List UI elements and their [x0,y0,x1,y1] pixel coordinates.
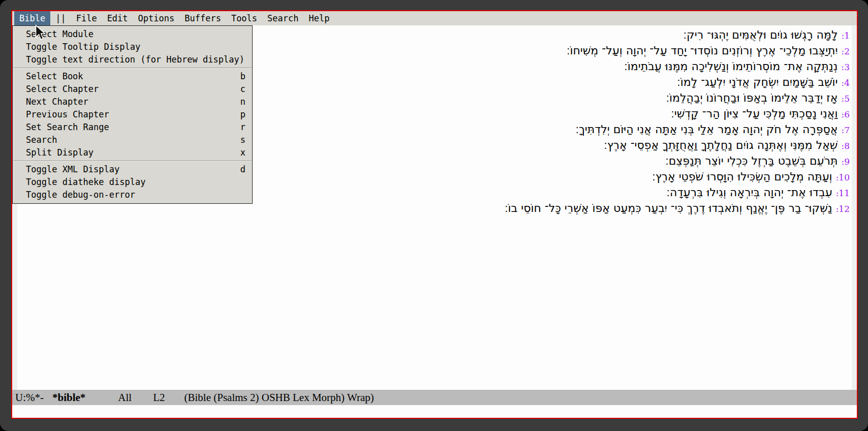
menu-item-label: Next Chapter [26,96,88,108]
modeline-buffer-name: *bible* [52,391,85,404]
menu-item[interactable]: Toggle debug-on-error [13,189,252,201]
menubar-item-label: Buffers [184,13,221,23]
screen: Bible || File Edit Options Buffers Tools… [0,0,868,431]
verse-text: עִבְדוּ אֶת־ יְהוָה בְּיִרְאָה וְגִילוּ … [667,186,832,199]
menubar-item[interactable]: File [71,11,102,25]
verse-number: 10: [836,172,850,182]
menu-item-shortcut: r [240,121,245,134]
menubar-item-label: Options [138,13,175,23]
menubar-item-label: Tools [231,13,257,23]
verse-text: יִתְיַצְּבוּ מַלְכֵי־ אֶרֶץ וְרוֹזְנִים … [567,44,838,57]
menu-item-label: Toggle debug-on-error [26,189,135,201]
menu-separator [13,68,252,69]
menubar-item[interactable]: Buffers [179,11,226,25]
verse-number: 2: [841,46,850,56]
menubar-item-label: Edit [107,13,128,23]
menu-item[interactable]: Set Search Range r [13,121,252,134]
verse-number: 11: [836,188,850,198]
menu-item-label: Toggle Tooltip Display [26,41,140,53]
menu-bar: Bible || File Edit Options Buffers Tools… [12,11,857,25]
modeline-line-number: L2 [153,391,165,404]
menu-item-shortcut: n [240,96,245,108]
verse-number: 3: [841,62,850,72]
menu-item-shortcut: b [240,70,245,83]
verse-text: נַשְּׁקוּ־ בַר פֶּן־ יֶאֱנַף וְתֹאבְדוּ … [505,202,832,214]
menu-item-label: Search [26,134,57,146]
menu-section-toggles: Toggle XML Display d Toggle diatheke dis… [13,163,252,201]
menubar-item[interactable]: || [50,11,71,25]
menubar-item[interactable]: Search [262,11,303,25]
menu-item[interactable]: Toggle Tooltip Display [13,41,252,53]
menu-item-label: Set Search Range [26,121,109,134]
menubar-item-label: Search [267,13,298,23]
menu-item-shortcut: p [240,108,245,121]
verse-number: 8: [841,141,850,151]
menu-item-shortcut: d [240,163,245,176]
echo-area[interactable] [12,405,857,418]
menu-item[interactable]: Next Chapter n [13,96,252,108]
verse-text: לָמָּה רָגְשׁוּ גוֹיִם וּלְאֻמִּים יֶהְג… [684,28,838,41]
verse-text: וְעַתָּה מְלָכִים הַשְׂכִּילוּ הִוָּסְרו… [652,170,832,183]
verse-number: 7: [841,125,850,135]
menu-item-label: Toggle diatheke display [26,176,145,189]
menu-item-label: Select Module [26,28,94,41]
menu-item-label: Toggle XML Display [26,163,119,176]
menu-item-shortcut: x [240,146,245,159]
menu-item[interactable]: Select Chapter c [13,83,252,96]
verse-number: 5: [841,94,850,104]
verse-text: אָז יְדַבֵּר אֵלֵימוֹ בְאַפּוֹ וּבַחֲרוֹ… [666,91,838,104]
menubar-item[interactable]: Options [133,11,180,25]
verse-text: יוֹשֵׁב בַּשָּׁמַיִם יִשְׂחָק אֲדֹנָי יִ… [677,76,838,88]
menu-item[interactable]: Toggle text direction (for Hebrew displa… [13,53,252,66]
verse-number: 4: [841,78,850,88]
menu-item[interactable]: Split Display x [13,146,252,159]
menu-item-label: Split Display [26,146,94,159]
emacs-frame: Bible || File Edit Options Buffers Tools… [11,10,858,419]
verse-text: תְּרֹעֵם בְּשֵׁבֶט בַּרְזֶל כִּכְלִי יוֹ… [665,155,838,167]
menu-item[interactable]: Search s [13,134,252,146]
verse-number: 6: [841,109,850,119]
menubar-item[interactable]: Bible [14,11,50,25]
modeline-flags: U:%*- [15,391,44,404]
menubar-item-label: Help [309,13,330,23]
menubar-item[interactable]: Help [304,11,335,25]
menu-item[interactable]: Toggle XML Display d [13,163,252,176]
menu-separator [13,161,252,162]
menu-item[interactable]: Toggle diatheke display [13,176,252,189]
verse-number: 12: [836,204,850,214]
menu-item-label: Previous Chapter [26,108,109,121]
menubar-item-label: File [76,13,97,23]
menu-item-shortcut: s [240,134,245,146]
mode-line: U:%*- *bible* All L2 (Bible (Psalms 2) O… [12,390,857,405]
menu-section-modules: Select Module Toggle Tooltip Display Tog… [13,28,252,66]
verse-text: וַאֲנִי נָסַכְתִּי מַלְכִּי עַל־ צִיּוֹן… [671,107,838,120]
bible-menu-dropdown: Select Module Toggle Tooltip Display Tog… [12,25,253,204]
menubar-item-label: Bible [19,13,45,23]
menubar-item[interactable]: Tools [226,11,262,25]
modeline-position: All [118,391,132,404]
menu-item[interactable]: Select Book b [13,70,252,83]
menu-item-label: Toggle text direction (for Hebrew displa… [26,53,244,66]
verse-number: 9: [841,157,850,167]
menu-item[interactable]: Select Module [13,28,252,41]
menu-item-label: Select Chapter [26,83,99,96]
verse-number: 1: [841,30,850,41]
verse-text: אֲסַפְּרָה אֶל חֹק יְהוָה אָמַר אֵלַי בְ… [576,123,838,136]
menu-item-label: Select Book [26,70,83,83]
menu-item-shortcut: c [240,83,245,96]
menu-section-navigation: Select Book b Select Chapter c Next Chap… [13,70,252,159]
verse-text: שְׁאַל מִמֶּנִּי וְאֶתְּנָה גוֹיִם נַחֲל… [604,139,838,151]
menubar-item-label: || [55,13,66,23]
verse-text: נְנַתְּקָה אֶת־ מוֹסְרוֹתֵימוֹ וְנַשְׁלִ… [624,60,838,73]
menu-item[interactable]: Previous Chapter p [13,108,252,121]
menubar-item[interactable]: Edit [102,11,133,25]
modeline-modes: (Bible (Psalms 2) OSHB Lex Morph) Wrap) [184,391,374,404]
